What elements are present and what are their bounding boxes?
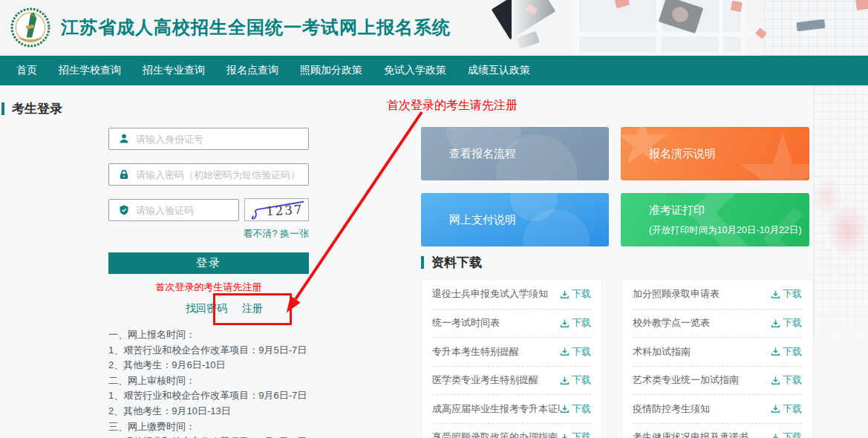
login-section-head: 考生登录 — [1, 100, 62, 117]
download-icon — [771, 376, 780, 385]
download-link[interactable]: 下载 — [771, 373, 802, 387]
quick-link-tile[interactable]: 查看报名流程 — [421, 127, 609, 180]
download-icon — [560, 376, 570, 385]
download-title: 医学类专业考生特别提醒 — [432, 373, 538, 387]
quick-link-tile[interactable]: 网上支付说明 — [421, 193, 609, 246]
download-link[interactable]: 下载 — [560, 373, 591, 387]
download-link-label: 下载 — [783, 316, 802, 330]
download-row: 成高应届毕业生报考专升本证明 下载 — [432, 394, 591, 423]
user-icon — [118, 133, 130, 145]
tile-label: 报名演示说明 — [649, 147, 809, 161]
schedule-line: 二、网上审核时间： — [108, 373, 428, 389]
download-link[interactable]: 下载 — [771, 287, 802, 301]
download-row: 享受照顾录取政策的办理指南 下载 — [432, 423, 591, 438]
tile-label: 准考证打印 — [649, 203, 809, 218]
forgot-password-link[interactable]: 找回密码 — [186, 302, 227, 316]
download-link-label: 下载 — [783, 431, 802, 438]
schedule-line: 三、网上缴费时间： — [108, 419, 428, 435]
download-link[interactable]: 下载 — [560, 402, 591, 416]
schedule-list: 一、网上报名时间： 1、艰苦行业和校企合作改革项目：9月5日-7日 2、其他考生… — [108, 327, 428, 438]
nav-item[interactable]: 免试入学政策 — [384, 64, 446, 77]
download-title: 疫情防控考生须知 — [633, 402, 710, 416]
downloads-card-right: 加分照顾录取申请表 下载 校外教学点一览表 — [621, 279, 813, 438]
nav-item[interactable]: 报名点查询 — [226, 64, 278, 77]
download-link-label: 下载 — [783, 345, 802, 359]
first-login-note: 首次登录的考生请先注册 — [108, 281, 309, 294]
download-title: 校外教学点一览表 — [633, 316, 710, 330]
captcha-refresh-link[interactable]: 看不清? 换一张 — [243, 228, 309, 239]
captcha-input[interactable] — [136, 205, 238, 216]
nav-item[interactable]: 招生专业查询 — [143, 64, 205, 77]
tile-label: 网上支付说明 — [449, 213, 609, 227]
graduation-photo — [512, 0, 868, 56]
download-icon — [771, 433, 780, 438]
tile-label: 查看报名流程 — [449, 147, 609, 161]
side-photo-decor — [813, 85, 868, 438]
download-title: 加分照顾录取申请表 — [633, 287, 719, 301]
download-icon — [560, 290, 570, 299]
login-section-title: 考生登录 — [12, 100, 62, 117]
download-link[interactable]: 下载 — [771, 402, 802, 416]
nav-item[interactable]: 首页 — [16, 64, 37, 77]
download-icon — [771, 318, 780, 328]
nav-item[interactable]: 照顾加分政策 — [300, 64, 362, 77]
login-button[interactable]: 登录 — [108, 252, 309, 274]
quick-link-tile[interactable]: 报名演示说明 — [621, 127, 809, 180]
download-row: 统一考试时间表 下载 — [432, 309, 591, 338]
quick-link-tile[interactable]: 准考证打印 (开放打印时间为10月20日-10月22日) — [621, 193, 809, 246]
download-icon — [771, 290, 780, 299]
id-number-field — [108, 128, 309, 150]
captcha-image[interactable]: 1237 — [244, 198, 309, 221]
download-row: 术科加试指南 下载 — [633, 337, 802, 366]
download-icon — [560, 318, 570, 328]
password-input[interactable] — [136, 169, 308, 180]
nav-item[interactable]: 成绩互认政策 — [468, 64, 530, 77]
schedule-line: 一、网上报名时间： — [108, 327, 428, 343]
lock-icon — [118, 169, 130, 180]
schedule-line: 2、其他考生：9月10日-13日 — [108, 404, 428, 419]
schedule-line: 2、其他考生：9月6日-10日 — [108, 358, 428, 373]
download-link[interactable]: 下载 — [771, 431, 802, 438]
tile-decor — [688, 193, 804, 246]
download-link[interactable]: 下载 — [771, 316, 802, 330]
download-title: 术科加试指南 — [633, 345, 691, 359]
download-row: 校外教学点一览表 下载 — [633, 309, 802, 338]
id-number-input[interactable] — [136, 134, 308, 145]
captcha-field — [108, 199, 239, 221]
download-link[interactable]: 下载 — [560, 345, 591, 359]
download-row: 艺术类专业统一加试指南 下载 — [633, 366, 802, 395]
download-link[interactable]: 下载 — [560, 316, 591, 330]
shield-check-icon — [118, 204, 130, 216]
download-row: 专升本考生特别提醒 下载 — [432, 337, 591, 366]
quick-link-tiles: 查看报名流程 报名演示说明 网上支付说明 — [421, 127, 809, 246]
download-link-label: 下载 — [783, 373, 802, 387]
schedule-line: 1、艰苦行业和校企合作改革项目：9月5日-8日 — [108, 434, 428, 438]
download-link[interactable]: 下载 — [560, 431, 591, 438]
download-link-label: 下载 — [783, 287, 802, 301]
download-row: 退役士兵申报免试入学须知 下载 — [432, 280, 591, 309]
download-title: 享受照顾录取政策的办理指南 — [432, 431, 558, 438]
downloads-section-head: 资料下载 — [421, 254, 482, 271]
main-nav: 首页 招生学校查询 招生专业查询 报名点查询 照顾加分政策 免试入学政策 成绩互… — [0, 56, 868, 85]
download-link[interactable]: 下载 — [560, 287, 591, 301]
login-links-row: 找回密码 注册 — [108, 297, 309, 331]
download-title: 考生健康状况申报及承诺书 — [633, 431, 748, 438]
download-title: 成高应届毕业生报考专升本证明 — [432, 402, 560, 416]
download-link[interactable]: 下载 — [771, 345, 802, 359]
download-title: 统一考试时间表 — [432, 316, 500, 330]
school-emblem-logo — [10, 7, 50, 48]
download-link-label: 下载 — [572, 316, 591, 330]
nav-item[interactable]: 招生学校查询 — [59, 64, 121, 77]
download-link-label: 下载 — [572, 373, 591, 387]
download-icon — [771, 347, 780, 356]
register-link[interactable]: 注册 — [242, 302, 263, 316]
main-content: 考生登录 — [0, 85, 868, 438]
download-icon — [560, 347, 570, 356]
download-link-label: 下载 — [572, 402, 591, 416]
site-header: 江苏省成人高校招生全国统一考试网上报名系统 — [0, 0, 868, 56]
site-title: 江苏省成人高校招生全国统一考试网上报名系统 — [61, 16, 451, 39]
download-link-label: 下载 — [783, 402, 802, 416]
download-row: 医学类专业考生特别提醒 下载 — [432, 366, 591, 395]
download-icon — [560, 404, 570, 414]
download-title: 专升本考生特别提醒 — [432, 345, 519, 359]
